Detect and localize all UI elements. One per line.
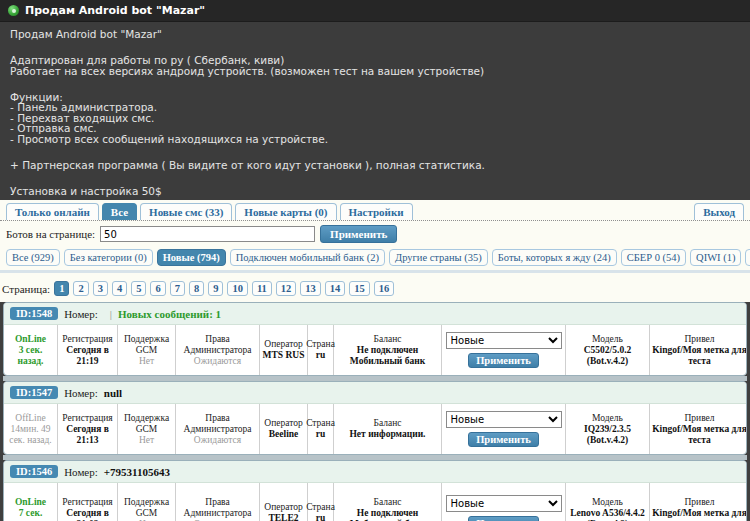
registration-cell: Регистрация Сегодня в 21:02 — [58, 483, 118, 521]
bot-list: ID:1548 Номер: | Новых сообщений: 1 OnLi… — [0, 302, 750, 521]
tab-new-sms[interactable]: Новые смс (33) — [140, 203, 232, 220]
status-value: OnLine — [15, 334, 46, 345]
page-button-11[interactable]: 11 — [252, 281, 272, 296]
gcm-label: Поддержка GCM — [120, 413, 173, 435]
filter-mobile-bank[interactable]: Подключен мобильный банк (2) — [230, 249, 385, 266]
model-label: Модель — [592, 334, 623, 345]
page-button-6[interactable]: 6 — [150, 281, 165, 296]
country-label: Страна — [306, 502, 335, 513]
post-function-item: - Отправка смс. — [10, 123, 740, 134]
referrer-label: Привел — [684, 334, 714, 345]
bot-id-badge[interactable]: ID:1548 — [10, 307, 58, 320]
balance-label: Баланс — [373, 497, 401, 508]
filter-waiting-bots[interactable]: Боты, которых я жду (24) — [492, 249, 617, 266]
gcm-cell: Поддержка GCM Нет — [118, 483, 176, 521]
post-function-item: - Просмотр всех сообщений находящихся на… — [10, 134, 740, 145]
status-ago: 7 сек. назад. — [6, 508, 55, 521]
page-button-12[interactable]: 12 — [276, 281, 297, 296]
tab-settings[interactable]: Настройки — [340, 203, 413, 220]
tab-all[interactable]: Все — [102, 203, 137, 220]
referrer-label: Привел — [684, 413, 714, 424]
post-function-item: - Панель администратора. — [10, 102, 740, 113]
category-cell: Новые Применить — [442, 404, 566, 454]
bot-id-badge[interactable]: ID:1546 — [10, 465, 58, 478]
filter-qiwi[interactable]: QIWI (1) — [690, 249, 741, 266]
page-button-13[interactable]: 13 — [300, 281, 321, 296]
page-button-5[interactable]: 5 — [131, 281, 146, 296]
balance-value: Не подключен Мобильный банк — [336, 345, 439, 367]
per-page-controls: Ботов на странице: Применить — [0, 221, 750, 247]
tab-logout[interactable]: Выход — [694, 203, 744, 220]
page-button-10[interactable]: 10 — [227, 281, 248, 296]
filter-sber[interactable]: СБЕР 0 (54) — [621, 249, 686, 266]
bot-row: OnLine 3 сек. назад. Регистрация Сегодня… — [4, 325, 746, 375]
country-cell: Страна ru — [308, 404, 334, 454]
model-cell: Модель IQ239/2.3.5 (Bot.v.4.2) — [566, 404, 650, 454]
admin-panel: Только онлайн Все Новые смс (33) Новые к… — [0, 200, 750, 521]
model-value: Lenovo A536/4.4.2 (Bot.v.4.2) — [568, 508, 647, 521]
page-button-3[interactable]: 3 — [93, 281, 108, 296]
category-select[interactable]: Новые — [446, 495, 562, 512]
admin-rights-label: Права Администратора — [178, 497, 257, 519]
country-value: ru — [316, 350, 326, 361]
page-button-4[interactable]: 4 — [112, 281, 127, 296]
bot-id-badge[interactable]: ID:1547 — [10, 386, 58, 399]
gcm-value: Нет — [139, 435, 154, 446]
category-apply-button[interactable]: Применить — [468, 516, 539, 521]
per-page-apply-button[interactable]: Применить — [320, 225, 397, 243]
page-button-2[interactable]: 2 — [73, 281, 88, 296]
country-label: Страна — [306, 418, 335, 429]
status-value: OffLine — [15, 413, 45, 424]
filter-lok[interactable]: лок (7) — [745, 249, 750, 266]
model-label: Модель — [592, 497, 623, 508]
model-cell: Модель C5502/5.0.2 (Bot.v.4.2) — [566, 325, 650, 375]
balance-value: Не подключен Мобильный банк — [336, 508, 439, 521]
filter-all[interactable]: Все (929) — [6, 249, 60, 266]
tab-bar: Только онлайн Все Новые смс (33) Новые к… — [0, 200, 750, 221]
category-filter-bar: Все (929) Без категории (0) Новые (794) … — [0, 247, 750, 270]
tab-online-only[interactable]: Только онлайн — [6, 203, 99, 220]
admin-rights-cell: Права Администратора Ожидаются — [176, 404, 260, 454]
number-label: Номер: — [64, 308, 98, 320]
page-button-15[interactable]: 15 — [349, 281, 370, 296]
tab-new-cards[interactable]: Новые карты (0) — [235, 203, 336, 220]
operator-cell: Оператор Beeline — [260, 404, 308, 454]
category-cell: Новые Применить — [442, 483, 566, 521]
number-label: Номер: — [64, 387, 98, 399]
number-value: null — [104, 387, 122, 399]
post-intro: Продам Android bot "Mazar" — [10, 29, 740, 40]
referrer-cell: Привел Kingof/Моя метка для теста — [650, 483, 746, 521]
gcm-cell: Поддержка GCM Нет — [118, 325, 176, 375]
filter-new[interactable]: Новые (794) — [157, 249, 226, 266]
registration-value: Сегодня в 21:19 — [60, 345, 115, 367]
bot-row: OffLine 14мин. 49 сек. назад. Регистраци… — [4, 404, 746, 454]
status-ago: 3 сек. назад. — [6, 345, 55, 367]
page-button-7[interactable]: 7 — [170, 281, 185, 296]
per-page-input[interactable] — [100, 226, 315, 242]
category-apply-button[interactable]: Применить — [468, 432, 539, 447]
page-button-8[interactable]: 8 — [189, 281, 204, 296]
category-select[interactable]: Новые — [446, 332, 562, 349]
page-button-1[interactable]: 1 — [54, 281, 69, 296]
bot-card-header: ID:1546 Номер: +79531105643 — [4, 461, 746, 483]
status-cell: OnLine 3 сек. назад. — [4, 325, 58, 375]
referrer-value: Kingof/Моя метка для теста — [652, 508, 746, 521]
admin-rights-label: Права Администратора — [178, 334, 257, 356]
model-value: C5502/5.0.2 (Bot.v.4.2) — [568, 345, 647, 367]
page-button-9[interactable]: 9 — [208, 281, 223, 296]
model-value: IQ239/2.3.5 (Bot.v.4.2) — [568, 424, 647, 446]
post-line: Адаптирован для работы по ру ( Сбербанк,… — [10, 55, 740, 66]
post-function-item: - Перехват входящих смс. — [10, 113, 740, 124]
category-cell: Новые Применить — [442, 325, 566, 375]
category-select[interactable]: Новые — [446, 411, 562, 428]
gcm-cell: Поддержка GCM Нет — [118, 404, 176, 454]
page-button-14[interactable]: 14 — [325, 281, 346, 296]
forum-post-body: Продам Android bot "Mazar" Адаптирован д… — [0, 22, 750, 200]
category-apply-button[interactable]: Применить — [468, 353, 539, 368]
operator-cell: Оператор TELE2 — [260, 483, 308, 521]
filter-other-countries[interactable]: Другие страны (35) — [389, 249, 488, 266]
page-button-16[interactable]: 16 — [374, 281, 395, 296]
filter-no-category[interactable]: Без категории (0) — [64, 249, 153, 266]
status-cell: OnLine 7 сек. назад. — [4, 483, 58, 521]
thread-title: Продам Android bot "Mazar" — [25, 4, 205, 17]
